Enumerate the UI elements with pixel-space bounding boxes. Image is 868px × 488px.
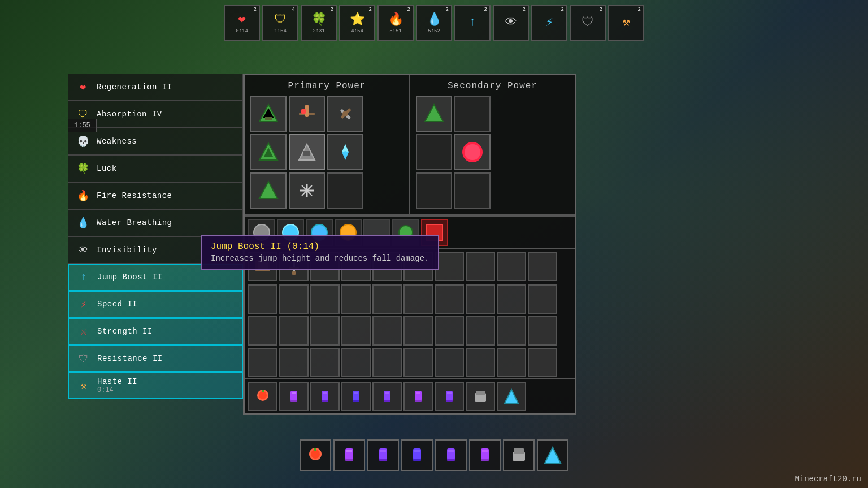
svg-marker-76 [545,447,561,463]
inv-r1-s6[interactable] [403,284,433,314]
inv-r3-s5[interactable] [372,348,402,377]
inv-r1-s4[interactable] [341,284,371,314]
hud-item-luck: 2 🍀 2:31 [301,5,337,41]
inv-r2-s1[interactable] [248,316,277,346]
effect-fire-resistance[interactable]: 🔥 Fire Resistance [68,182,243,209]
panel-hotbar-6[interactable] [403,382,433,411]
inv-r3-s8[interactable] [466,348,495,377]
luck-effect-name: Luck [97,164,117,173]
secondary-slot-1[interactable] [416,96,452,132]
panel-hotbar-4[interactable] [341,382,371,411]
hotbar-slot-6[interactable] [469,439,501,471]
inv-r1-s8[interactable] [466,284,495,314]
hotbar-slot-1[interactable] [300,439,331,471]
inv-r1-s2[interactable] [279,284,309,314]
primary-slot-3[interactable] [327,96,363,132]
inv-r2-s7[interactable] [435,316,464,346]
inv-r3-s9[interactable] [497,348,526,377]
inv-r2-s8[interactable] [466,316,495,346]
primary-slot-6[interactable] [327,134,363,170]
panel-hotbar-8[interactable] [466,382,495,411]
inv-r2-s3[interactable] [310,316,340,346]
inv-r3-s3[interactable] [310,348,340,377]
primary-slot-2[interactable] [289,96,325,132]
hud-water-level: 2 [446,7,449,12]
primary-slot-7[interactable] [250,172,287,209]
hotbar-slot-7[interactable] [503,439,535,471]
inv-r1-s7[interactable] [435,284,464,314]
fire-icon: 🔥 [388,12,403,27]
inv-r3-s7[interactable] [435,348,464,377]
primary-power-grid [250,96,403,209]
hotbar-slot-4[interactable] [401,439,433,471]
secondary-slot-6[interactable] [454,172,491,209]
svg-rect-75 [514,448,524,454]
speed-effect-icon: ⚡ [76,296,92,312]
secondary-slot-5[interactable] [416,172,452,209]
hotbar-slot-3[interactable] [367,439,399,471]
svg-marker-14 [342,144,349,152]
inv-r2-s10[interactable] [528,316,557,346]
inv-empty-8[interactable] [528,252,557,281]
effect-speed[interactable]: ⚡ Speed II [68,291,243,318]
inv-r2-s4[interactable] [341,316,371,346]
inv-r2-s5[interactable] [372,316,402,346]
water-effect-icon: 💧 [75,215,91,231]
effect-resistance[interactable]: 🛡 Resistance II [68,345,243,372]
effect-strength[interactable]: ⚔ Strength II [68,318,243,345]
invis-effect-name: Invisibility [97,245,157,254]
inv-r1-s5[interactable] [372,284,402,314]
primary-slot-9[interactable] [327,172,363,209]
inv-r3-s10[interactable] [528,348,557,377]
panel-hotbar-9[interactable] [497,382,526,411]
inv-r2-s2[interactable] [279,316,309,346]
hotbar-slot-5[interactable] [435,439,467,471]
svg-rect-39 [323,392,327,394]
effect-water-breathing[interactable]: 💧 Water Breathing [68,209,243,236]
primary-slot-5[interactable] [289,134,325,170]
inv-r2-s9[interactable] [497,316,526,346]
hud-regen-level: 2 [254,7,257,12]
panel-hotbar-5[interactable] [372,382,402,411]
inv-r1-s9[interactable] [497,284,526,314]
svg-rect-48 [416,392,420,394]
hotbar-slot-2[interactable] [333,439,365,471]
haste-effect-icon: ⚒ [76,378,92,394]
primary-slot-4[interactable] [250,134,287,170]
inv-r1-s3[interactable] [310,284,340,314]
inv-r3-s6[interactable] [403,348,433,377]
primary-slot-8[interactable] [289,172,325,209]
panel-hotbar-2[interactable] [279,382,309,411]
inv-r3-s1[interactable] [248,348,277,377]
jump-hud-icon: ↑ [468,15,476,29]
svg-marker-15 [259,182,277,198]
secondary-slot-3[interactable] [416,134,452,170]
panel-hotbar-7[interactable] [435,382,464,411]
hud-str-level: 2 [369,7,372,12]
primary-slot-1[interactable] [250,96,287,132]
fire-effect-name: Fire Resistance [97,191,172,200]
effect-regeneration[interactable]: ❤ Regeneration II [68,74,243,101]
inv-empty-6[interactable] [466,252,495,281]
watermark: Minecraft20.ru [795,474,861,483]
secondary-slot-2[interactable] [454,96,491,132]
secondary-power-col: Secondary Power [410,75,575,214]
luck-effect-icon: 🍀 [75,161,91,176]
inv-r2-s6[interactable] [403,316,433,346]
inv-r3-s4[interactable] [341,348,371,377]
power-section: Primary Power [245,75,575,215]
hotbar-slot-8[interactable] [537,439,568,471]
effect-haste[interactable]: ⚒ Haste II 0:14 [68,372,243,399]
svg-rect-42 [354,392,358,394]
panel-hotbar-3[interactable] [310,382,340,411]
inv-r1-s1[interactable] [248,284,277,314]
panel-hotbar-1[interactable] [248,382,277,411]
inv-r3-s2[interactable] [279,348,309,377]
hud-speed-level: 2 [561,7,564,12]
haste-hud-icon: ⚒ [622,15,630,30]
inv-empty-7[interactable] [497,252,526,281]
inv-r1-s10[interactable] [528,284,557,314]
hud-fire-timer: 5:51 [389,28,402,34]
effect-luck[interactable]: 🍀 Luck [68,155,243,182]
secondary-slot-4[interactable] [454,134,491,170]
